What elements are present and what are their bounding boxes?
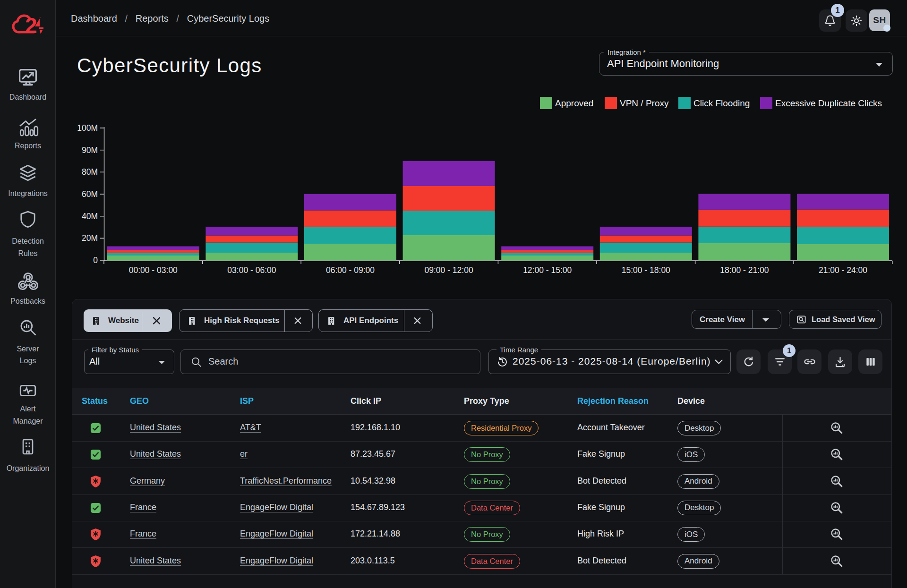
svg-text:60M: 60M (82, 189, 98, 199)
svg-text:12:00 - 15:00: 12:00 - 15:00 (523, 265, 572, 275)
svg-text:40M: 40M (82, 212, 98, 221)
svg-text:18:00 - 21:00: 18:00 - 21:00 (720, 265, 769, 275)
svg-text:0: 0 (93, 256, 98, 265)
svg-text:00:00 - 03:00: 00:00 - 03:00 (129, 265, 178, 275)
svg-text:80M: 80M (82, 167, 98, 177)
svg-text:03:00 - 06:00: 03:00 - 06:00 (227, 265, 276, 275)
svg-text:21:00 - 24:00: 21:00 - 24:00 (819, 265, 867, 275)
svg-text:2: 2 (25, 13, 37, 36)
svg-text:90M: 90M (82, 145, 98, 155)
svg-text:100M: 100M (77, 123, 98, 133)
svg-text:15:00 - 18:00: 15:00 - 18:00 (622, 265, 670, 275)
svg-text:06:00 - 09:00: 06:00 - 09:00 (326, 265, 375, 275)
svg-text:09:00 - 12:00: 09:00 - 12:00 (425, 265, 473, 275)
svg-text:20M: 20M (82, 233, 98, 243)
